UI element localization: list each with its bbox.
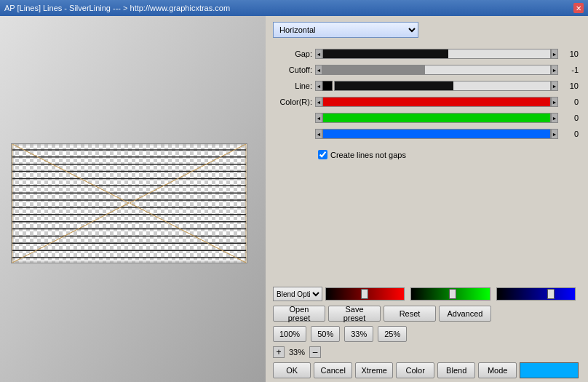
color-b-arrow-left[interactable]: ◄	[315, 129, 322, 139]
line-slider-row: Line: ◄ ► 10	[273, 79, 579, 93]
33-percent-button[interactable]: 33%	[344, 326, 373, 342]
zoom-plus-button[interactable]: +	[273, 346, 285, 358]
color-r-value: 0	[558, 98, 579, 106]
blue-slider-thumb[interactable]	[547, 289, 555, 299]
gap-arrow-right[interactable]: ►	[551, 49, 558, 59]
line-arrow-right[interactable]: ►	[551, 81, 558, 91]
25-percent-button[interactable]: 25%	[378, 326, 407, 342]
cutoff-track[interactable]	[322, 65, 551, 75]
reset-button[interactable]: Reset	[384, 306, 436, 322]
50-percent-button[interactable]: 50%	[311, 326, 340, 342]
color-r-track[interactable]	[322, 97, 551, 107]
cutoff-arrow-right[interactable]: ►	[551, 65, 558, 75]
preview-svg	[12, 144, 247, 263]
controls-area: Horizontal Vertical Diagonal Gap: ◄ ► 10…	[273, 22, 579, 159]
open-preset-button[interactable]: Open preset	[273, 306, 325, 322]
save-preset-button[interactable]: Save preset	[328, 306, 381, 322]
gap-value: 10	[558, 49, 579, 58]
color-r-arrow-right[interactable]: ►	[551, 97, 558, 107]
line-color-swatch	[322, 81, 333, 91]
line-value: 10	[558, 81, 579, 90]
xtreme-button[interactable]: Xtreme	[355, 362, 393, 378]
cutoff-arrow-left[interactable]: ◄	[315, 65, 322, 75]
color-b-slider-row: ◄ ► 0	[273, 127, 579, 141]
close-button[interactable]: ✕	[573, 3, 584, 13]
zoom-row: + 33% –	[273, 346, 579, 358]
color-b-track[interactable]	[322, 129, 551, 139]
gap-track[interactable]	[322, 49, 551, 59]
action-row: OK Cancel Xtreme Color Blend Mode	[273, 362, 579, 378]
cancel-button[interactable]: Cancel	[314, 362, 351, 378]
color-preview-box	[520, 362, 579, 378]
color-r-arrow-left[interactable]: ◄	[315, 97, 322, 107]
blend-row: Blend Opti	[273, 287, 579, 301]
svg-line-22	[130, 203, 246, 263]
create-lines-label: Create lines not gaps	[330, 151, 406, 159]
green-slider-thumb[interactable]	[449, 289, 456, 299]
color-g-arrow-right[interactable]: ►	[551, 113, 558, 123]
red-slider-thumb[interactable]	[361, 289, 368, 299]
green-color-slider[interactable]	[410, 287, 490, 301]
red-color-slider[interactable]	[325, 287, 405, 301]
title-text: AP [Lines] Lines - SilverLining --- > ht…	[4, 4, 230, 12]
sliders-section: Gap: ◄ ► 10 Cutoff: ◄ ► -1 Line:	[273, 44, 579, 146]
svg-line-20	[12, 203, 129, 263]
cutoff-label: Cutoff:	[273, 65, 315, 74]
bottom-controls: Blend Opti Open preset Save preset Reset…	[273, 287, 579, 378]
color-g-slider-row: ◄ ► 0	[273, 111, 579, 125]
line-track[interactable]	[334, 81, 551, 91]
create-lines-checkbox[interactable]	[318, 150, 327, 159]
svg-marker-1	[12, 144, 129, 263]
gap-slider-row: Gap: ◄ ► 10	[273, 47, 579, 61]
color-button[interactable]: Color	[396, 362, 434, 378]
zoom-value: 33%	[289, 348, 305, 357]
zoom-minus-button[interactable]: –	[309, 346, 321, 358]
title-bar: AP [Lines] Lines - SilverLining --- > ht…	[0, 0, 588, 16]
svg-line-19	[12, 144, 129, 203]
blend-dropdown[interactable]: Blend Opti	[273, 287, 322, 301]
color-g-track[interactable]	[322, 113, 551, 123]
preset-row: Open preset Save preset Reset Advanced	[273, 306, 579, 322]
color-r-slider-row: Color(R): ◄ ► 0	[273, 95, 579, 109]
cutoff-slider-row: Cutoff: ◄ ► -1	[273, 63, 579, 77]
preview-canvas	[11, 143, 247, 263]
color-g-arrow-left[interactable]: ◄	[315, 113, 322, 123]
gap-label: Gap:	[273, 49, 315, 58]
main-window: Horizontal Vertical Diagonal Gap: ◄ ► 10…	[0, 16, 588, 382]
svg-marker-2	[130, 144, 246, 263]
color-b-value: 0	[558, 130, 579, 138]
direction-dropdown[interactable]: Horizontal Vertical Diagonal	[273, 22, 418, 38]
direction-dropdown-row: Horizontal Vertical Diagonal	[273, 22, 579, 38]
gap-arrow-left[interactable]: ◄	[315, 49, 322, 59]
ok-button[interactable]: OK	[273, 362, 311, 378]
blend-button[interactable]: Blend	[437, 362, 475, 378]
color-g-value: 0	[558, 114, 579, 122]
svg-line-21	[130, 144, 246, 203]
checkbox-row: Create lines not gaps	[318, 150, 579, 159]
blue-color-slider[interactable]	[496, 287, 576, 301]
cutoff-value: -1	[558, 65, 579, 74]
color-r-label: Color(R):	[273, 98, 315, 106]
advanced-button[interactable]: Advanced	[439, 306, 491, 322]
color-b-arrow-right[interactable]: ►	[551, 129, 558, 139]
percent-row: 100% 50% 33% 25%	[273, 326, 579, 342]
line-arrow-left[interactable]: ◄	[315, 81, 322, 91]
100-percent-button[interactable]: 100%	[273, 326, 306, 342]
mode-button[interactable]: Mode	[478, 362, 516, 378]
line-label: Line:	[273, 81, 315, 90]
